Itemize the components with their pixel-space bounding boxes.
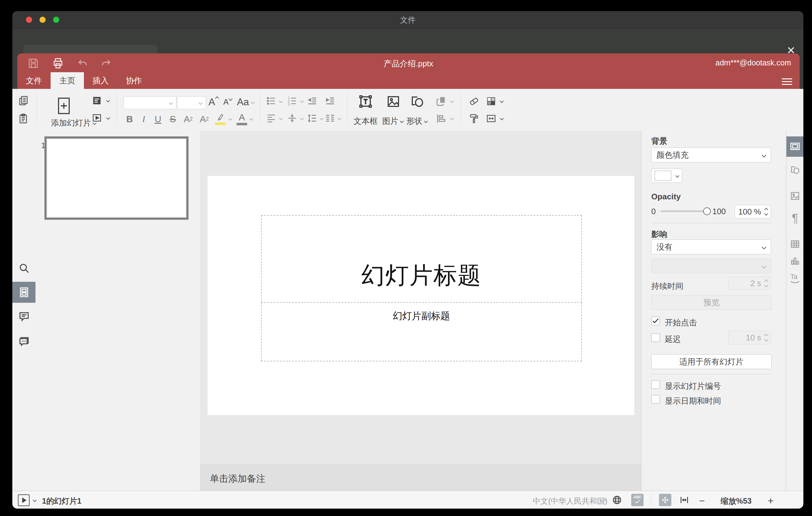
- paragraph-settings-icon[interactable]: ¶: [786, 208, 803, 228]
- arrange-chevron[interactable]: [450, 99, 454, 103]
- clear-style-icon[interactable]: [466, 94, 481, 108]
- search-icon[interactable]: [12, 258, 35, 279]
- opacity-slider-thumb[interactable]: [703, 207, 711, 215]
- subtitle-placeholder[interactable]: 幻灯片副标题: [261, 302, 582, 362]
- increase-indent-icon[interactable]: [323, 94, 337, 107]
- bullet-list-icon[interactable]: [265, 94, 277, 107]
- highlight-color-icon[interactable]: [213, 111, 227, 126]
- opacity-spinner[interactable]: 100 %: [734, 205, 771, 219]
- document-language-icon[interactable]: [611, 494, 623, 506]
- shape-button[interactable]: 形状: [404, 115, 430, 126]
- slide-size-chevron[interactable]: [500, 116, 504, 120]
- ribbon-toolbar: 添加幻灯片: [12, 89, 803, 131]
- horizontal-align-icon[interactable]: [265, 112, 277, 125]
- preview-button[interactable]: 预览: [651, 295, 772, 310]
- image-button[interactable]: 图片: [379, 115, 406, 126]
- apply-to-all-button[interactable]: 适用于所有幻灯片: [651, 354, 772, 369]
- shape-settings-icon[interactable]: [786, 160, 803, 180]
- slide-settings-icon[interactable]: [786, 136, 803, 157]
- font-name-select[interactable]: [123, 96, 176, 109]
- line-spacing-icon[interactable]: [306, 112, 319, 125]
- title-placeholder[interactable]: 幻灯片标题: [261, 215, 582, 303]
- font-color-icon[interactable]: A: [235, 111, 249, 126]
- text-box-button[interactable]: 文本框: [350, 115, 381, 126]
- tab-insert[interactable]: 插入: [84, 72, 117, 89]
- comments-icon[interactable]: [12, 306, 35, 327]
- copy-style-icon[interactable]: [466, 112, 481, 125]
- bold-icon[interactable]: B: [123, 112, 136, 126]
- slide[interactable]: 幻灯片标题 幻灯片副标题: [208, 176, 634, 415]
- tab-collaboration[interactable]: 协作: [117, 72, 150, 89]
- subscript-icon[interactable]: A 2: [198, 112, 211, 126]
- slide-layout-icon[interactable]: [90, 94, 104, 107]
- effect-select[interactable]: 没有: [651, 239, 771, 254]
- fill-type-select[interactable]: 颜色填充: [651, 147, 771, 162]
- increase-font-icon[interactable]: A: [207, 95, 220, 109]
- horizontal-align-chevron[interactable]: [279, 116, 283, 120]
- slideshow-mode-chevron[interactable]: [33, 498, 37, 502]
- decrease-font-icon[interactable]: A: [222, 95, 234, 109]
- fill-color-select[interactable]: [651, 169, 682, 183]
- arrange-icon[interactable]: [434, 94, 448, 108]
- duration-spinner[interactable]: 2 s: [728, 277, 771, 290]
- vertical-align-chevron[interactable]: [300, 116, 304, 120]
- bullet-list-chevron[interactable]: [279, 99, 283, 103]
- numbered-list-chevron[interactable]: [300, 99, 304, 103]
- text-box-icon[interactable]: [354, 93, 377, 110]
- opacity-slider-track[interactable]: [661, 210, 707, 212]
- start-click-checkbox[interactable]: [651, 317, 660, 325]
- fit-to-width-icon[interactable]: [678, 494, 691, 506]
- vertical-align-icon[interactable]: [286, 112, 298, 125]
- language-selector[interactable]: 中文(中华人民共和国): [533, 496, 607, 506]
- show-date-checkbox[interactable]: [651, 395, 660, 404]
- strikethrough-icon[interactable]: S: [167, 112, 179, 126]
- paste-icon[interactable]: [17, 112, 30, 125]
- app-window: 文件 ✕: [12, 11, 803, 509]
- start-slideshow-icon[interactable]: [18, 494, 30, 506]
- menu-icon[interactable]: [782, 77, 792, 85]
- delay-checkbox[interactable]: [651, 333, 660, 342]
- zoom-in-button[interactable]: +: [767, 495, 774, 507]
- align-shapes-chevron[interactable]: [450, 116, 454, 120]
- preview-chevron[interactable]: [106, 116, 110, 120]
- slides-panel-icon[interactable]: [12, 282, 35, 303]
- align-shapes-icon[interactable]: [434, 112, 448, 125]
- color-scheme-chevron[interactable]: [500, 99, 504, 103]
- decrease-indent-icon[interactable]: [306, 94, 319, 107]
- highlight-chevron[interactable]: [228, 117, 232, 121]
- spellcheck-icon[interactable]: ABC: [631, 494, 643, 506]
- tab-home[interactable]: 主页: [51, 72, 84, 89]
- tab-file[interactable]: 文件: [17, 72, 51, 89]
- underline-icon[interactable]: U: [152, 112, 164, 126]
- slide-canvas: 幻灯片标题 幻灯片副标题: [200, 131, 641, 465]
- delay-spinner[interactable]: 10 s: [728, 331, 771, 344]
- columns-icon[interactable]: [323, 112, 337, 125]
- font-size-select[interactable]: [177, 96, 206, 109]
- slide-thumbnail[interactable]: [45, 136, 188, 220]
- show-slide-number-checkbox[interactable]: [651, 380, 660, 389]
- shape-icon[interactable]: [408, 93, 426, 110]
- image-settings-icon[interactable]: [786, 186, 803, 206]
- fit-to-slide-icon[interactable]: [659, 494, 671, 506]
- preview-icon[interactable]: [90, 112, 104, 124]
- font-color-chevron[interactable]: [249, 117, 253, 121]
- add-slide-icon[interactable]: [56, 96, 71, 115]
- change-case-icon[interactable]: Aa: [236, 95, 256, 109]
- delay-label: 延迟: [665, 334, 681, 345]
- effect-type-select[interactable]: [651, 259, 771, 274]
- superscript-icon[interactable]: A 2: [181, 112, 195, 126]
- notes-area[interactable]: 单击添加备注: [200, 465, 641, 491]
- slide-size-icon[interactable]: [484, 112, 498, 125]
- image-icon[interactable]: [384, 93, 403, 110]
- line-spacing-chevron[interactable]: [320, 116, 324, 120]
- numbered-list-icon[interactable]: 1 2 3: [286, 94, 298, 107]
- zoom-out-button[interactable]: −: [699, 495, 705, 507]
- opacity-label: Opacity: [651, 192, 680, 202]
- slide-layout-chevron[interactable]: [106, 98, 110, 103]
- text-art-settings-icon[interactable]: Ta: [786, 268, 803, 288]
- italic-icon[interactable]: I: [138, 112, 149, 126]
- columns-chevron[interactable]: [338, 116, 342, 120]
- color-scheme-icon[interactable]: [484, 94, 498, 108]
- chat-icon[interactable]: [12, 330, 35, 351]
- copy-icon[interactable]: [17, 94, 30, 107]
